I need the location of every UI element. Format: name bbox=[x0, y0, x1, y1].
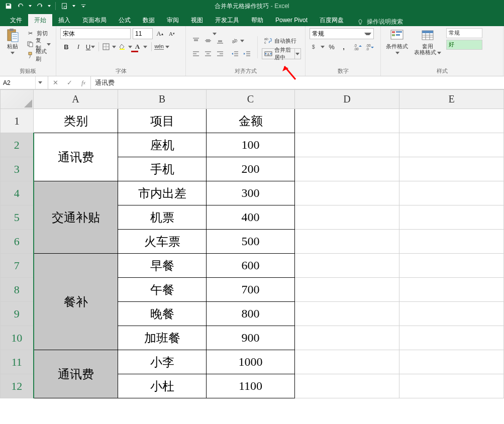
tab-file[interactable]: 文件 bbox=[4, 14, 28, 26]
number-format-input[interactable] bbox=[310, 29, 364, 39]
cell-D8[interactable] bbox=[295, 278, 399, 302]
increase-decimal-button[interactable]: .0.00 bbox=[352, 41, 364, 52]
cell-D4[interactable] bbox=[295, 181, 399, 205]
enter-formula-button[interactable]: ✓ bbox=[62, 76, 76, 89]
row-header-4[interactable]: 4 bbox=[1, 181, 34, 205]
cell-D7[interactable] bbox=[295, 254, 399, 278]
cell-E6[interactable] bbox=[399, 230, 504, 254]
increase-font-button[interactable]: A▴ bbox=[155, 28, 165, 39]
borders-button[interactable] bbox=[101, 41, 117, 52]
tab-help[interactable]: 帮助 bbox=[245, 14, 269, 26]
tab-insert[interactable]: 插入 bbox=[52, 14, 76, 26]
comma-button[interactable]: , bbox=[338, 41, 350, 52]
cell-C2[interactable]: 100 bbox=[207, 133, 295, 157]
cell-D3[interactable] bbox=[295, 157, 399, 181]
percent-button[interactable]: % bbox=[326, 41, 338, 52]
row-header-2[interactable]: 2 bbox=[1, 133, 34, 157]
cell-E8[interactable] bbox=[399, 278, 504, 302]
cell-B2[interactable]: 座机 bbox=[118, 133, 207, 157]
cell-E10[interactable] bbox=[399, 326, 504, 350]
cell-B11[interactable]: 小李 bbox=[118, 350, 207, 374]
cell-A4[interactable]: 交通补贴 bbox=[34, 181, 118, 254]
row-header-12[interactable]: 12 bbox=[1, 374, 34, 398]
cell-C11[interactable]: 1000 bbox=[207, 350, 295, 374]
tab-data[interactable]: 数据 bbox=[137, 14, 161, 26]
row-header-8[interactable]: 8 bbox=[1, 278, 34, 302]
conditional-formatting-button[interactable]: 条件格式 bbox=[385, 28, 409, 55]
cell-D12[interactable] bbox=[295, 374, 399, 398]
cell-C8[interactable]: 700 bbox=[207, 278, 295, 302]
tab-review[interactable]: 审阅 bbox=[161, 14, 185, 26]
cell-styles-gallery[interactable]: 常规 好 bbox=[446, 28, 482, 51]
align-right-button[interactable] bbox=[214, 48, 226, 59]
cell-B6[interactable]: 火车票 bbox=[118, 230, 207, 254]
row-header-10[interactable]: 10 bbox=[1, 326, 34, 350]
tell-me-search[interactable]: 操作说明搜索 bbox=[357, 18, 403, 26]
cell-C5[interactable]: 400 bbox=[207, 205, 295, 230]
cell-E1[interactable] bbox=[399, 109, 504, 133]
cell-C4[interactable]: 300 bbox=[207, 181, 295, 205]
column-header-B[interactable]: B bbox=[118, 90, 207, 109]
insert-function-button[interactable]: fx bbox=[76, 76, 90, 89]
cell-C12[interactable]: 1100 bbox=[207, 374, 295, 398]
align-top-button[interactable] bbox=[190, 35, 202, 46]
style-good[interactable]: 好 bbox=[446, 40, 482, 50]
phonetic-button[interactable]: wén bbox=[154, 41, 170, 52]
cell-E3[interactable] bbox=[399, 157, 504, 181]
font-name-input[interactable] bbox=[61, 29, 140, 39]
cell-D5[interactable] bbox=[295, 205, 399, 230]
column-header-A[interactable]: A bbox=[34, 90, 118, 109]
column-header-C[interactable]: C bbox=[207, 90, 295, 109]
cell-A2[interactable]: 通讯费 bbox=[34, 133, 118, 181]
cancel-formula-button[interactable]: ✕ bbox=[48, 76, 62, 89]
tab-developer[interactable]: 开发工具 bbox=[209, 14, 245, 26]
tab-formulas[interactable]: 公式 bbox=[113, 14, 137, 26]
cell-C9[interactable]: 800 bbox=[207, 302, 295, 326]
cell-C1[interactable]: 金额 bbox=[207, 109, 295, 133]
cell-B12[interactable]: 小杜 bbox=[118, 374, 207, 398]
cell-A7[interactable]: 餐补 bbox=[34, 254, 118, 350]
format-painter-button[interactable]: 格式刷 bbox=[26, 50, 52, 60]
accounting-format-button[interactable]: $ bbox=[310, 41, 326, 52]
tab-powerpivot[interactable]: Power Pivot bbox=[269, 14, 314, 26]
cell-B3[interactable]: 手机 bbox=[118, 157, 207, 181]
cell-C6[interactable]: 500 bbox=[207, 230, 295, 254]
cell-C3[interactable]: 200 bbox=[207, 157, 295, 181]
paste-button[interactable]: 粘贴 bbox=[4, 28, 22, 55]
tab-baidu[interactable]: 百度网盘 bbox=[314, 14, 350, 26]
spreadsheet-grid[interactable]: A B C D E 1 类别 项目 金额 2 通讯费 座机 100 3 手机 2… bbox=[0, 89, 504, 398]
bold-button[interactable]: B bbox=[60, 41, 72, 52]
cell-B1[interactable]: 项目 bbox=[118, 109, 207, 133]
column-header-E[interactable]: E bbox=[399, 90, 504, 109]
cell-D2[interactable] bbox=[295, 133, 399, 157]
row-header-1[interactable]: 1 bbox=[1, 109, 34, 133]
wrap-text-button[interactable]: abc 自动换行 bbox=[262, 35, 301, 46]
font-color-button[interactable]: A bbox=[133, 41, 149, 52]
italic-button[interactable]: I bbox=[72, 41, 84, 52]
cell-D9[interactable] bbox=[295, 302, 399, 326]
name-box[interactable] bbox=[0, 76, 48, 89]
row-header-5[interactable]: 5 bbox=[1, 205, 34, 230]
cell-D6[interactable] bbox=[295, 230, 399, 254]
align-left-button[interactable] bbox=[190, 48, 202, 59]
row-header-6[interactable]: 6 bbox=[1, 230, 34, 254]
font-name-combo[interactable] bbox=[60, 28, 131, 39]
tab-home[interactable]: 开始 bbox=[28, 14, 52, 26]
decrease-font-button[interactable]: A▾ bbox=[167, 28, 177, 39]
cell-A1[interactable]: 类别 bbox=[34, 109, 118, 133]
align-middle-button[interactable] bbox=[202, 35, 214, 46]
row-header-3[interactable]: 3 bbox=[1, 157, 34, 181]
cell-C10[interactable]: 900 bbox=[207, 326, 295, 350]
tab-view[interactable]: 视图 bbox=[185, 14, 209, 26]
cell-E11[interactable] bbox=[399, 350, 504, 374]
cell-B7[interactable]: 早餐 bbox=[118, 254, 207, 278]
row-header-11[interactable]: 11 bbox=[1, 350, 34, 374]
row-header-7[interactable]: 7 bbox=[1, 254, 34, 278]
decrease-indent-button[interactable] bbox=[229, 48, 241, 59]
row-header-9[interactable]: 9 bbox=[1, 302, 34, 326]
cell-E7[interactable] bbox=[399, 254, 504, 278]
merge-center-button[interactable]: a合并后居中 bbox=[262, 48, 301, 59]
chevron-down-icon[interactable] bbox=[364, 33, 371, 35]
cell-E2[interactable] bbox=[399, 133, 504, 157]
cell-E4[interactable] bbox=[399, 181, 504, 205]
